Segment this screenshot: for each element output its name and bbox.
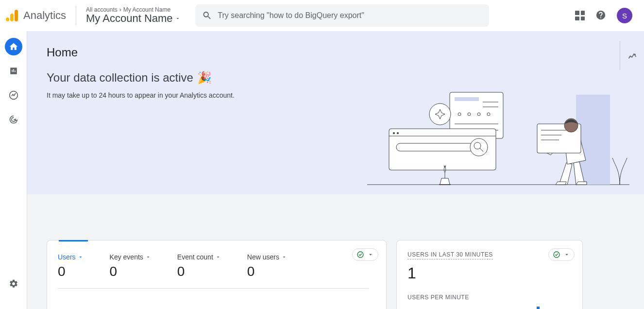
home-icon bbox=[9, 42, 18, 52]
check-circle-icon bbox=[356, 251, 364, 258]
caret-down-icon bbox=[215, 254, 221, 260]
gear-icon bbox=[9, 279, 18, 289]
avatar-initial: S bbox=[622, 12, 627, 20]
svg-point-13 bbox=[429, 103, 451, 125]
nav-admin[interactable] bbox=[5, 275, 22, 292]
svg-point-15 bbox=[393, 132, 395, 134]
nav-reports[interactable] bbox=[5, 62, 22, 80]
metric-new-users[interactable]: New users 0 bbox=[247, 253, 287, 279]
svg-point-16 bbox=[397, 132, 399, 134]
apps-icon[interactable] bbox=[575, 11, 585, 20]
metric-event-count[interactable]: Event count 0 bbox=[177, 253, 221, 279]
svg-point-19 bbox=[470, 138, 488, 156]
caret-down-icon bbox=[175, 16, 181, 21]
realtime-value: 1 bbox=[407, 264, 572, 282]
active-metric-indicator bbox=[59, 240, 88, 241]
insights-panel-toggle[interactable] bbox=[620, 41, 644, 70]
data-active-headline: Your data collection is active 🎉 bbox=[47, 71, 235, 85]
nav-home[interactable] bbox=[5, 38, 22, 55]
metric-key-events[interactable]: Key events 0 bbox=[110, 253, 151, 279]
svg-point-29 bbox=[554, 252, 559, 258]
hero-banner: Home Your data collection is active 🎉 It… bbox=[27, 31, 644, 194]
check-circle-icon bbox=[553, 251, 560, 258]
party-popper-icon: 🎉 bbox=[197, 71, 212, 85]
svg-point-0 bbox=[634, 54, 635, 55]
top-bar: Analytics All accounts › My Account Name… bbox=[0, 0, 644, 31]
bar-chart-icon bbox=[9, 67, 18, 75]
search-icon bbox=[202, 10, 212, 21]
caret-down-icon bbox=[563, 251, 570, 258]
target-click-icon bbox=[9, 115, 18, 124]
metric-users[interactable]: Users 0 bbox=[58, 253, 84, 279]
users-per-minute-title: USERS PER MINUTE bbox=[407, 294, 572, 301]
svg-point-1 bbox=[629, 56, 630, 57]
search-input[interactable] bbox=[218, 11, 482, 20]
account-picker[interactable]: All accounts › My Account Name My Accoun… bbox=[76, 6, 190, 25]
top-tools: S bbox=[575, 8, 644, 23]
page-title: Home bbox=[47, 46, 235, 59]
hero-illustration bbox=[367, 87, 629, 194]
left-nav bbox=[0, 31, 27, 309]
card-status-chip[interactable] bbox=[352, 248, 378, 261]
cards-row: Users 0 Key events 0 E bbox=[27, 194, 644, 309]
metrics-row: Users 0 Key events 0 E bbox=[58, 250, 375, 279]
avatar[interactable]: S bbox=[617, 8, 632, 23]
overview-metrics-card: Users 0 Key events 0 E bbox=[47, 240, 387, 309]
data-active-subtext: It may take up to 24 hours to appear in … bbox=[47, 91, 235, 99]
search-box[interactable] bbox=[195, 4, 489, 27]
account-name: My Account Name bbox=[86, 12, 173, 25]
main-content: Home Your data collection is active 🎉 It… bbox=[27, 31, 644, 309]
product-name: Analytics bbox=[23, 9, 66, 22]
caret-down-icon bbox=[78, 254, 84, 260]
nav-explore[interactable] bbox=[5, 86, 22, 104]
users-per-minute-chart bbox=[407, 307, 572, 309]
sparkbar-bar bbox=[537, 307, 540, 309]
analytics-logo-icon bbox=[6, 9, 19, 22]
svg-point-28 bbox=[357, 252, 363, 258]
card-divider bbox=[58, 288, 369, 289]
caret-down-icon bbox=[145, 254, 151, 260]
nav-advertising[interactable] bbox=[5, 111, 22, 128]
caret-down-icon bbox=[281, 254, 287, 260]
realtime-card: USERS IN LAST 30 MINUTES 1 USERS PER MIN… bbox=[396, 240, 583, 309]
caret-down-icon bbox=[367, 251, 374, 258]
realtime-title: USERS IN LAST 30 MINUTES bbox=[407, 251, 493, 259]
card-status-chip[interactable] bbox=[548, 248, 575, 261]
svg-rect-4 bbox=[455, 97, 479, 101]
help-icon[interactable] bbox=[595, 10, 606, 22]
insights-icon bbox=[627, 52, 637, 61]
line-chart-icon bbox=[9, 90, 18, 100]
logo-cluster: Analytics bbox=[6, 6, 76, 25]
